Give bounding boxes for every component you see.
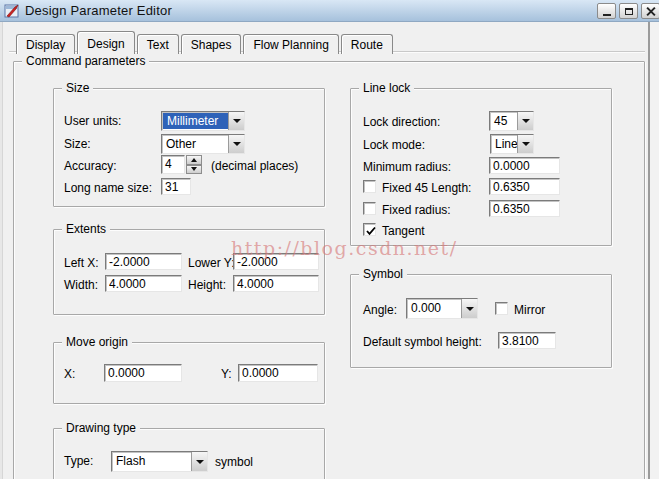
tab-text[interactable]: Text bbox=[137, 34, 179, 54]
extents-legend: Extents bbox=[62, 222, 110, 236]
user-units-value: Millimeter bbox=[163, 113, 228, 129]
accuracy-value[interactable]: 4 bbox=[161, 155, 185, 174]
angle-label: Angle: bbox=[363, 303, 397, 317]
lock-mode-value: Line bbox=[491, 135, 517, 153]
width-label: Width: bbox=[64, 278, 98, 292]
size-combo[interactable]: Other bbox=[161, 134, 245, 154]
design-parameter-editor-window: Design Parameter Editor Display Design T… bbox=[0, 0, 659, 479]
size-legend: Size bbox=[62, 81, 93, 95]
size-dropdown-button[interactable] bbox=[228, 135, 244, 153]
command-parameters-legend: Command parameters bbox=[22, 54, 149, 68]
lock-mode-label: Lock mode: bbox=[363, 138, 425, 152]
tab-flow-planning[interactable]: Flow Planning bbox=[243, 34, 338, 54]
user-units-combo[interactable]: Millimeter bbox=[161, 111, 245, 131]
lock-mode-dropdown-button[interactable] bbox=[517, 135, 533, 153]
chevron-down-icon bbox=[191, 167, 197, 174]
left-x-input[interactable] bbox=[105, 253, 182, 270]
chevron-down-icon bbox=[466, 307, 474, 315]
left-x-label: Left X: bbox=[64, 256, 99, 270]
move-origin-x-input[interactable] bbox=[104, 364, 182, 382]
user-units-dropdown-button[interactable] bbox=[228, 112, 244, 130]
lock-direction-label: Lock direction: bbox=[363, 115, 440, 129]
window-controls bbox=[597, 3, 659, 19]
height-label: Height: bbox=[188, 278, 226, 292]
tab-route[interactable]: Route bbox=[341, 34, 393, 54]
angle-dropdown-button[interactable] bbox=[461, 299, 477, 318]
window-left-frame bbox=[0, 22, 3, 479]
tab-bar: Display Design Text Shapes Flow Planning… bbox=[16, 31, 395, 54]
chevron-down-icon bbox=[522, 119, 530, 127]
maximize-button[interactable] bbox=[619, 3, 638, 19]
drawing-type-group: Drawing type Type: Flash symbol bbox=[53, 428, 325, 479]
accuracy-label: Accuracy: bbox=[64, 159, 117, 173]
mirror-checkbox[interactable] bbox=[495, 302, 508, 315]
fixed-45-length-label: Fixed 45 Length: bbox=[382, 181, 471, 195]
fixed-45-length-checkbox[interactable] bbox=[363, 180, 376, 193]
symbol-legend: Symbol bbox=[359, 267, 407, 281]
size-group: Size User units: Millimeter Size: Other … bbox=[53, 88, 325, 207]
window-right-frame-strip bbox=[650, 22, 659, 479]
lower-y-label: Lower Y: bbox=[188, 256, 234, 270]
size-label: Size: bbox=[64, 137, 91, 151]
move-origin-legend: Move origin bbox=[62, 335, 132, 349]
drawing-type-suffix: symbol bbox=[215, 455, 253, 469]
maximize-icon bbox=[625, 8, 633, 15]
move-origin-x-label: X: bbox=[64, 367, 75, 381]
check-icon bbox=[365, 225, 377, 237]
height-input[interactable] bbox=[233, 275, 319, 292]
tangent-label: Tangent bbox=[382, 224, 425, 238]
app-icon bbox=[4, 3, 20, 19]
tab-display[interactable]: Display bbox=[16, 34, 75, 54]
drawing-type-dropdown-button[interactable] bbox=[191, 452, 207, 471]
drawing-type-combo[interactable]: Flash bbox=[111, 451, 208, 472]
fixed-radius-checkbox[interactable] bbox=[363, 202, 376, 215]
width-input[interactable] bbox=[105, 275, 182, 292]
minimum-radius-label: Minimum radius: bbox=[363, 160, 451, 174]
drawing-type-value: Flash bbox=[112, 452, 191, 471]
size-value: Other bbox=[162, 135, 228, 153]
tangent-checkbox[interactable] bbox=[363, 223, 376, 236]
minimize-button[interactable] bbox=[597, 3, 616, 19]
lock-mode-combo[interactable]: Line bbox=[490, 134, 534, 154]
default-symbol-height-input[interactable] bbox=[498, 332, 556, 349]
tab-shapes[interactable]: Shapes bbox=[181, 34, 242, 54]
chevron-down-icon bbox=[233, 142, 241, 150]
lock-direction-combo[interactable]: 45 bbox=[489, 111, 534, 131]
chevron-down-icon bbox=[233, 119, 241, 127]
titlebar: Design Parameter Editor bbox=[0, 0, 659, 22]
drawing-type-label: Type: bbox=[64, 454, 93, 468]
user-units-label: User units: bbox=[64, 114, 121, 128]
long-name-size-label: Long name size: bbox=[64, 181, 152, 195]
chevron-down-icon bbox=[196, 460, 204, 468]
move-origin-y-input[interactable] bbox=[238, 364, 318, 382]
mirror-label: Mirror bbox=[514, 303, 545, 317]
minimize-icon bbox=[603, 14, 611, 16]
close-icon bbox=[646, 7, 655, 16]
move-origin-group: Move origin X: Y: bbox=[53, 342, 325, 404]
angle-combo[interactable]: 0.000 bbox=[406, 298, 478, 319]
tab-design[interactable]: Design bbox=[77, 31, 134, 54]
long-name-size-input[interactable] bbox=[161, 178, 191, 195]
fixed-45-length-input[interactable] bbox=[489, 178, 560, 195]
lower-y-input[interactable] bbox=[233, 253, 319, 270]
lock-direction-dropdown-button[interactable] bbox=[517, 112, 533, 130]
chevron-up-icon bbox=[191, 155, 197, 162]
move-origin-y-label: Y: bbox=[221, 367, 232, 381]
minimum-radius-input[interactable] bbox=[489, 157, 560, 174]
default-symbol-height-label: Default symbol height: bbox=[363, 335, 482, 349]
accuracy-hint: (decimal places) bbox=[211, 159, 298, 173]
line-lock-group: Line lock Lock direction: 45 Lock mode: … bbox=[350, 88, 612, 246]
chevron-down-icon bbox=[522, 142, 530, 150]
symbol-group: Symbol Angle: 0.000 Mirror Default symbo… bbox=[350, 274, 612, 368]
accuracy-spin-down-button[interactable] bbox=[186, 165, 202, 175]
lock-direction-value: 45 bbox=[490, 112, 517, 130]
angle-value: 0.000 bbox=[407, 299, 461, 318]
drawing-type-legend: Drawing type bbox=[62, 421, 140, 435]
extents-group: Extents Left X: Lower Y: Width: Height: bbox=[53, 229, 325, 315]
accuracy-spinner[interactable]: 4 bbox=[161, 155, 202, 174]
fixed-radius-input[interactable] bbox=[489, 200, 560, 217]
fixed-radius-label: Fixed radius: bbox=[382, 203, 451, 217]
accuracy-spin-up-button[interactable] bbox=[186, 155, 202, 165]
close-button[interactable] bbox=[641, 3, 659, 19]
line-lock-legend: Line lock bbox=[359, 81, 414, 95]
